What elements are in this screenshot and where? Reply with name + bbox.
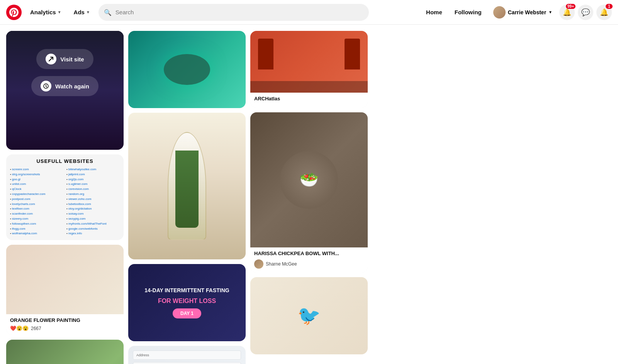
orange-flower-title: ORANGE FLOWER PAINTING <box>10 317 120 324</box>
ads-label: Ads <box>74 9 85 15</box>
food-salad-title: HARISSA CHICKPEA BOWL WITH... <box>254 251 364 257</box>
analytics-chevron: ▼ <box>58 10 61 14</box>
food-salad-author: Sharne McGee <box>254 259 364 269</box>
ad-background: Visit site Watch again ▣SQUARESPACE <box>6 31 124 131</box>
orange-flower-emojis: ❤️😮😮 <box>10 325 29 331</box>
orange-flower-count: 2667 <box>31 326 41 331</box>
notifications-btn[interactable]: 🔔 99+ <box>559 5 575 20</box>
header-right: Home Following Carrie Webster ▼ 🔔 99+ 💬 … <box>421 4 612 21</box>
food-salad-img: 🥗 <box>250 112 368 247</box>
archatlas-title: ARCHatlas <box>254 96 364 102</box>
watch-again-label: Watch again <box>55 83 89 90</box>
alerts-badge: 1 <box>606 4 613 9</box>
useful-websites-title: USEFULL WEBSITES <box>10 158 120 164</box>
food-author-name: Sharne McGee <box>266 261 297 267</box>
following-nav[interactable]: Following <box>450 6 486 19</box>
orange-flower-card[interactable]: ORANGE FLOWER PAINTING ❤️😮😮 2667 <box>6 245 124 335</box>
useful-websites-list: • screenr.com • strg.org/screenshots • g… <box>10 167 120 236</box>
analytics-label: Analytics <box>30 9 56 15</box>
green-sweater-card[interactable]: 50%OFF <box>6 340 124 364</box>
terrarium-img <box>128 113 246 259</box>
user-menu-chevron: ▼ <box>548 10 552 14</box>
user-name: Carrie Webster <box>508 9 546 15</box>
archatlas-info: ARCHatlas <box>250 93 368 108</box>
fasting-card[interactable]: 14-DAY INTERMITTENT FASTING FOR WEIGHT L… <box>128 264 246 341</box>
user-avatar <box>493 6 506 19</box>
ocean-img <box>128 31 246 108</box>
search-icon: 🔍 <box>104 8 112 16</box>
visit-site-icon <box>46 54 56 64</box>
search-bar: 🔍 <box>98 4 369 21</box>
terrarium-card[interactable] <box>128 113 246 259</box>
orange-flower-meta: ❤️😮😮 2667 <box>10 325 120 331</box>
user-menu[interactable]: Carrie Webster ▼ <box>489 4 556 21</box>
notifications-badge: 99+ <box>566 4 576 9</box>
ads-chevron: ▼ <box>86 10 90 14</box>
alerts-btn[interactable]: 🔔 1 <box>596 5 612 20</box>
main-content: Visit site Watch again ▣SQUARESPACE <box>0 25 618 364</box>
useful-websites-card[interactable]: USEFULL WEBSITES • screenr.com • strg.or… <box>6 154 124 240</box>
ui-form-img: Address Employment References Search to … <box>128 346 246 364</box>
green-sweater-img <box>6 340 124 364</box>
watch-again-btn[interactable]: Watch again <box>31 76 98 96</box>
orange-flower-info: ORANGE FLOWER PAINTING ❤️😮😮 2667 <box>6 314 124 335</box>
home-nav[interactable]: Home <box>421 6 447 19</box>
archatlas-card[interactable]: ARCHatlas <box>250 31 368 108</box>
archatlas-img <box>250 31 368 93</box>
ads-nav[interactable]: Ads ▼ <box>70 6 94 19</box>
messages-btn[interactable]: 💬 <box>578 5 593 20</box>
food-salad-info: HARISSA CHICKPEA BOWL WITH... Sharne McG… <box>250 247 368 273</box>
orange-flower-img <box>6 245 124 314</box>
bird-img: 🐦 <box>250 277 368 354</box>
ui-form-card[interactable]: Address Employment References Search to … <box>128 346 246 364</box>
food-salad-card[interactable]: 🥗 HARISSA CHICKPEA BOWL WITH... Sharne M… <box>250 112 368 273</box>
ad-squarespace-card[interactable]: Visit site Watch again ▣SQUARESPACE <box>6 31 124 150</box>
ocean-card[interactable] <box>128 31 246 108</box>
fasting-img: 14-DAY INTERMITTENT FASTING FOR WEIGHT L… <box>128 264 246 341</box>
visit-site-label: Visit site <box>60 56 84 63</box>
food-author-avatar <box>254 259 263 269</box>
pinterest-logo[interactable] <box>6 5 22 20</box>
pin-grid: Visit site Watch again ▣SQUARESPACE <box>6 31 612 364</box>
visit-site-btn[interactable]: Visit site <box>36 49 93 69</box>
analytics-nav[interactable]: Analytics ▼ <box>26 6 65 19</box>
bird-drawing-card[interactable]: 🐦 <box>250 277 368 354</box>
header: Analytics ▼ Ads ▼ 🔍 Home Following Carri… <box>0 0 618 25</box>
watch-again-icon <box>41 81 51 91</box>
search-input[interactable] <box>98 4 369 21</box>
